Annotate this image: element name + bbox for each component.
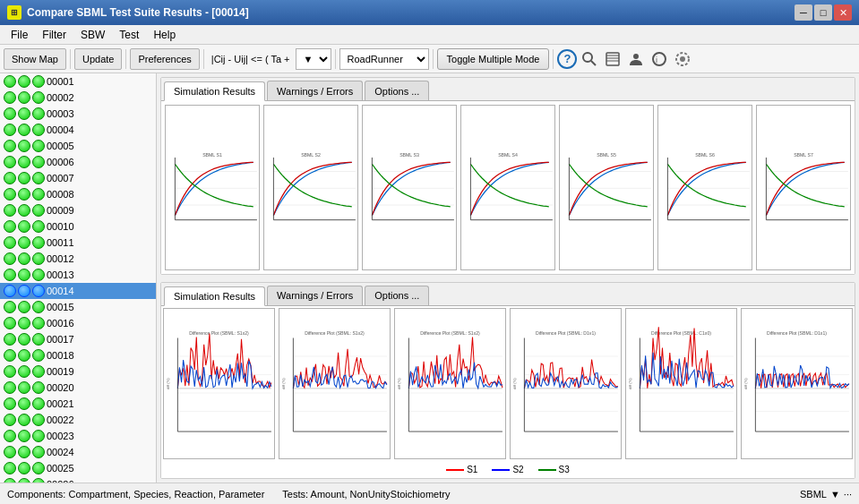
sidebar-item-00002[interactable]: 00002: [0, 90, 156, 106]
svg-point-9: [680, 56, 685, 62]
dropdown-icon[interactable]: ▼: [830, 489, 840, 500]
sidebar-item-00016[interactable]: 00016: [0, 315, 156, 331]
filter-dropdown[interactable]: ▼: [296, 48, 331, 70]
preferences-button[interactable]: Preferences: [130, 48, 199, 70]
flag-icon-button[interactable]: i: [649, 48, 670, 70]
status-dot: [18, 204, 30, 217]
status-dot: [32, 446, 45, 458]
menu-file[interactable]: File: [4, 25, 35, 44]
tab-warnings-errors-bottom[interactable]: Warnings / Errors: [267, 286, 363, 305]
sidebar-item-00004[interactable]: 00004: [0, 122, 156, 138]
status-dot: [32, 462, 45, 474]
tab-warnings-errors-top[interactable]: Warnings / Errors: [267, 81, 363, 100]
sidebar-item-00021[interactable]: 00021: [0, 396, 156, 412]
status-dot: [4, 285, 16, 297]
toggle-multiple-mode-button[interactable]: Toggle Multiple Mode: [437, 48, 550, 70]
sidebar-item-00026[interactable]: 00026: [0, 476, 156, 483]
sidebar-item-00023[interactable]: 00023: [0, 428, 156, 444]
status-dot: [32, 478, 45, 483]
top-chart-0: SBML S1: [165, 105, 260, 270]
svg-rect-11: [166, 150, 259, 225]
config-icon-button[interactable]: [672, 48, 693, 70]
svg-text:Difference Plot (SBML: D1v1): Difference Plot (SBML: D1v1): [536, 330, 596, 336]
search-icon-button[interactable]: [579, 48, 600, 70]
sidebar-item-00007[interactable]: 00007: [0, 170, 156, 186]
menu-filter[interactable]: Filter: [35, 25, 73, 44]
sidebar-item-00009[interactable]: 00009: [0, 202, 156, 218]
menu-sbw[interactable]: SBW: [73, 25, 112, 44]
sidebar-label: 00023: [47, 431, 74, 441]
sidebar-label: 00021: [47, 398, 74, 409]
sidebar-item-00018[interactable]: 00018: [0, 347, 156, 363]
status-dot: [18, 140, 30, 152]
minimize-button[interactable]: ─: [795, 4, 812, 21]
window-title: Compare SBML Test Suite Results - [00014…: [27, 6, 249, 19]
sidebar-item-00015[interactable]: 00015: [0, 299, 156, 315]
status-dot: [4, 188, 16, 201]
svg-text:Difference Plot (SBML: C1x0): Difference Plot (SBML: C1x0): [651, 330, 711, 336]
sidebar-item-00008[interactable]: 00008: [0, 186, 156, 202]
status-dot: [32, 140, 45, 152]
legend-line-s2: [492, 469, 510, 471]
svg-text:diff (%): diff (%): [397, 377, 401, 389]
settings-icon-button[interactable]: [602, 48, 623, 70]
help-icon-button[interactable]: ?: [557, 49, 577, 69]
svg-text:Difference Plot (SBML: S1x2): Difference Plot (SBML: S1x2): [189, 330, 249, 336]
sidebar-item-00024[interactable]: 00024: [0, 444, 156, 460]
tab-options-top[interactable]: Options ...: [365, 81, 429, 100]
menu-test[interactable]: Test: [112, 25, 146, 44]
update-button[interactable]: Update: [74, 48, 122, 70]
sidebar-item-00022[interactable]: 00022: [0, 412, 156, 428]
svg-text:SBML S1: SBML S1: [202, 152, 222, 158]
sidebar-item-00005[interactable]: 00005: [0, 138, 156, 154]
status-dots: ···: [844, 489, 852, 500]
svg-text:Difference Plot (SBML: D1x1): Difference Plot (SBML: D1x1): [767, 330, 827, 336]
top-panel-header: Simulation Results Warnings / Errors Opt…: [161, 78, 855, 100]
sidebar-item-00012[interactable]: 00012: [0, 251, 156, 267]
status-dot: [4, 220, 16, 233]
tab-simulation-results-bottom[interactable]: Simulation Results: [164, 286, 265, 306]
status-dot: [18, 317, 30, 329]
person-icon-button[interactable]: [625, 48, 647, 70]
sidebar-item-00020[interactable]: 00020: [0, 380, 156, 396]
top-panel-content: SBML S1SBML S2SBML S3SBML S4SBML S5SBML …: [161, 100, 855, 274]
close-button[interactable]: ✕: [834, 4, 852, 21]
svg-rect-110: [742, 329, 852, 439]
sidebar-label: 00004: [47, 124, 74, 135]
sidebar-item-00006[interactable]: 00006: [0, 154, 156, 170]
sidebar-item-00019[interactable]: 00019: [0, 363, 156, 380]
status-dot: [32, 75, 45, 88]
sidebar-label: 00015: [47, 302, 74, 312]
sidebar-label: 00024: [47, 447, 74, 457]
status-dot: [4, 478, 16, 483]
status-dot: [4, 156, 16, 168]
app-dropdown[interactable]: RoadRunner: [339, 48, 429, 70]
menu-help[interactable]: Help: [146, 25, 183, 44]
sidebar-item-00003[interactable]: 00003: [0, 106, 156, 122]
status-dot: [18, 365, 30, 378]
status-dot: [4, 269, 16, 281]
tab-simulation-results-top[interactable]: Simulation Results: [164, 81, 265, 101]
sidebar-item-00017[interactable]: 00017: [0, 331, 156, 347]
status-dot: [4, 236, 16, 249]
sidebar-label: 00008: [47, 189, 74, 200]
sidebar-item-00013[interactable]: 00013: [0, 267, 156, 283]
tab-options-bottom[interactable]: Options ...: [365, 286, 429, 305]
sidebar-item-00010[interactable]: 00010: [0, 218, 156, 235]
status-dot: [18, 91, 30, 104]
status-dot: [32, 397, 45, 410]
maximize-button[interactable]: □: [814, 4, 832, 21]
sidebar-item-00001[interactable]: 00001: [0, 73, 156, 90]
app-icon: ⊞: [7, 5, 21, 20]
svg-text:SBML S6: SBML S6: [695, 152, 715, 158]
tests-status: Tests: Amount, NonUnityStoichiometry: [282, 489, 450, 500]
status-dot: [18, 397, 30, 410]
sidebar-item-00025[interactable]: 00025: [0, 460, 156, 476]
show-map-button[interactable]: Show Map: [4, 48, 66, 70]
status-dot: [32, 220, 45, 233]
sidebar-item-00014[interactable]: 00014: [0, 283, 156, 299]
status-dot: [4, 172, 16, 184]
status-dot: [4, 252, 16, 265]
status-dot: [18, 381, 30, 394]
sidebar-item-00011[interactable]: 00011: [0, 235, 156, 251]
